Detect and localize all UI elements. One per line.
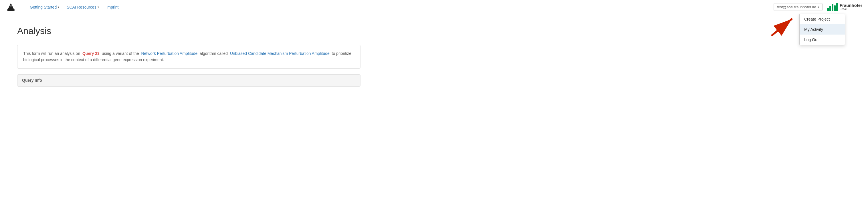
brand-bar-5 (836, 3, 838, 11)
brand-text: Fraunhofer SCAI (840, 3, 862, 11)
nav-links: Getting Started ▾ SCAI Resources ▾ Impri… (27, 3, 774, 11)
nav-getting-started[interactable]: Getting Started ▾ (27, 3, 62, 11)
brand-bar-1 (827, 8, 829, 11)
query-info-box: Query Info (17, 74, 361, 87)
app-logo-icon (6, 2, 16, 12)
brand-bar-4 (834, 5, 836, 11)
nav-right: test@scai.fraunhofer.de ▾ Fraunhofer SCA… (774, 3, 862, 11)
fraunhofer-brand: Fraunhofer SCAI (827, 3, 862, 11)
nav-scai-resources[interactable]: SCAI Resources ▾ (64, 3, 101, 11)
user-dropdown-button[interactable]: test@scai.fraunhofer.de ▾ (774, 3, 823, 11)
navbar: Getting Started ▾ SCAI Resources ▾ Impri… (0, 0, 868, 14)
query-info-header: Query Info (18, 74, 360, 86)
brand-main-name: Fraunhofer (840, 3, 862, 8)
algorithm-link2[interactable]: Unbiased Candidate Mechanism Perturbatio… (230, 51, 330, 56)
info-text-after-query: using a variant of the (102, 51, 139, 56)
menu-item-create-project[interactable]: Create Project (800, 14, 845, 24)
user-dropdown-menu: Create Project My Activity Log Out (799, 14, 845, 45)
nav-imprint[interactable]: Imprint (103, 3, 122, 11)
brand-sub-name: SCAI (840, 8, 862, 11)
brand-bars-icon (827, 3, 838, 11)
brand-bar-3 (832, 4, 833, 11)
menu-item-my-activity[interactable]: My Activity (800, 24, 845, 35)
chevron-down-icon: ▾ (818, 5, 819, 8)
chevron-down-icon: ▾ (98, 5, 99, 8)
main-content: Analysis This form will run an analysis … (0, 14, 868, 98)
algorithm-link[interactable]: Network Perturbation Amplitude (141, 51, 197, 56)
query-link[interactable]: Query 23 (83, 51, 99, 56)
page-title: Analysis (17, 26, 851, 36)
menu-item-logout[interactable]: Log Out (800, 35, 845, 45)
analysis-info-box: This form will run an analysis on Query … (17, 45, 361, 69)
info-text-algorithm: algorithm called (200, 51, 228, 56)
user-email-label: test@scai.fraunhofer.de (777, 5, 816, 9)
logo-container (6, 2, 18, 12)
info-text-before-query: This form will run an analysis on (23, 51, 80, 56)
brand-bar-2 (829, 6, 831, 11)
svg-point-2 (10, 5, 12, 7)
chevron-down-icon: ▾ (58, 5, 59, 8)
